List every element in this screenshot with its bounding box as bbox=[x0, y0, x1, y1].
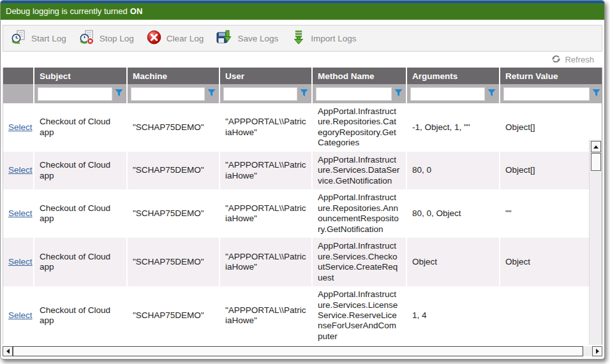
return-value-cell: Object bbox=[500, 238, 591, 286]
start-log-label: Start Log bbox=[31, 34, 66, 43]
subject-filter-funnel-icon[interactable] bbox=[115, 88, 123, 99]
column-header-machine: Machine bbox=[127, 68, 219, 84]
log-toolbar: Start Log Stop Log bbox=[3, 25, 602, 52]
refresh-icon[interactable] bbox=[551, 54, 561, 66]
debug-log-window: Debug logging is currently turnedON Star… bbox=[0, 0, 605, 360]
scroll-up-button[interactable] bbox=[591, 141, 601, 152]
import-logs-label: Import Logs bbox=[311, 34, 356, 43]
arrow-left-icon bbox=[6, 349, 10, 354]
machine-cell: "SCHAP75DEMO" bbox=[127, 286, 219, 345]
stop-log-label: Stop Log bbox=[100, 34, 134, 43]
import-logs-icon bbox=[291, 30, 306, 47]
arguments-cell: Object bbox=[406, 238, 500, 286]
method-name-cell: AppPortal.Infrastructure.Services.Checko… bbox=[312, 238, 406, 286]
clear-log-button[interactable]: Clear Log bbox=[142, 27, 212, 49]
import-logs-button[interactable]: Import Logs bbox=[286, 27, 364, 49]
method-name-cell: AppPortal.Infrastructure.Services.DataSe… bbox=[312, 152, 406, 189]
user-cell: "APPPORTAL\\PatriciaHowe" bbox=[219, 189, 312, 238]
arguments-cell: 1, 4 bbox=[406, 286, 500, 345]
log-grid: Subject Machine User Method Name Argumen… bbox=[3, 68, 602, 345]
column-header-user: User bbox=[219, 68, 312, 84]
subject-cell: Checkout of Cloud app bbox=[34, 103, 127, 152]
save-logs-button[interactable]: Save Logs bbox=[211, 27, 286, 49]
select-cell: Select bbox=[3, 189, 34, 238]
refresh-label[interactable]: Refresh bbox=[565, 55, 594, 64]
filter-row bbox=[3, 84, 602, 103]
table-row: Select Checkout of Cloud app "SCHAP75DEM… bbox=[3, 152, 591, 189]
return-value-cell: "" bbox=[500, 189, 591, 238]
table-row: Select Checkout of Cloud app "SCHAP75DEM… bbox=[3, 286, 591, 345]
machine-cell: "SCHAP75DEMO" bbox=[127, 238, 219, 286]
grid-header: Subject Machine User Method Name Argumen… bbox=[3, 68, 602, 103]
user-filter-funnel-icon[interactable] bbox=[300, 88, 308, 99]
machine-cell: "SCHAP75DEMO" bbox=[127, 189, 219, 238]
select-link[interactable]: Select bbox=[8, 208, 33, 218]
select-cell: Select bbox=[3, 103, 34, 152]
stop-log-icon bbox=[79, 30, 94, 47]
start-log-button[interactable]: Start Log bbox=[6, 27, 74, 49]
select-link[interactable]: Select bbox=[8, 165, 33, 175]
arguments-cell: 80, 0, Object bbox=[406, 189, 500, 238]
arguments-filter-input[interactable] bbox=[410, 87, 485, 101]
subject-filter-input[interactable] bbox=[38, 87, 112, 101]
machine-filter-funnel-icon[interactable] bbox=[207, 88, 216, 99]
table-row: Select Checkout of Cloud app "SCHAP75DEM… bbox=[3, 103, 591, 152]
method-name-cell: AppPortal.Infrastructure.Repositories.An… bbox=[312, 189, 406, 238]
table-row: Select Checkout of Cloud app "SCHAP75DEM… bbox=[3, 189, 591, 238]
vertical-scrollbar[interactable] bbox=[589, 140, 602, 345]
method-name-filter-input[interactable] bbox=[316, 87, 392, 101]
return-value-cell bbox=[500, 286, 591, 345]
machine-cell: "SCHAP75DEMO" bbox=[127, 152, 219, 189]
start-log-icon bbox=[11, 30, 26, 47]
user-filter-input[interactable] bbox=[223, 87, 297, 101]
return-value-filter-funnel-icon[interactable] bbox=[592, 88, 600, 99]
user-cell: "APPPORTAL\\PatriciaHowe" bbox=[219, 238, 312, 286]
column-header-subject: Subject bbox=[34, 68, 127, 84]
select-cell: Select bbox=[3, 286, 34, 345]
save-logs-icon bbox=[216, 30, 232, 47]
column-header-arguments: Arguments bbox=[406, 68, 500, 84]
arrow-right-icon bbox=[596, 349, 599, 354]
clear-log-icon bbox=[147, 30, 161, 47]
user-cell: "APPPORTAL\\PatriciaHowe" bbox=[219, 103, 312, 152]
filter-cell-empty bbox=[3, 84, 34, 103]
grid-body-table: Select Checkout of Cloud app "SCHAP75DEM… bbox=[3, 103, 591, 345]
table-row: Select Checkout of Cloud app "SCHAP75DEM… bbox=[3, 238, 591, 286]
return-value-cell: Object[] bbox=[500, 152, 591, 189]
user-cell: "APPPORTAL\\PatriciaHowe" bbox=[219, 286, 312, 345]
grid-body-area: Select Checkout of Cloud app "SCHAP75DEM… bbox=[3, 103, 602, 345]
column-header-return-value: Return Value bbox=[500, 68, 602, 84]
arguments-filter-funnel-icon[interactable] bbox=[487, 88, 496, 99]
select-cell: Select bbox=[3, 152, 34, 189]
save-logs-label: Save Logs bbox=[237, 34, 278, 43]
machine-cell: "SCHAP75DEMO" bbox=[127, 103, 219, 152]
refresh-bar: Refresh bbox=[1, 52, 604, 68]
column-header-select bbox=[3, 68, 34, 84]
scroll-right-button[interactable] bbox=[592, 346, 602, 356]
arguments-cell: 80, 0 bbox=[406, 152, 500, 189]
vertical-scrollbar-thumb[interactable] bbox=[591, 153, 601, 171]
method-name-cell: AppPortal.Infrastructure.Repositories.Ca… bbox=[312, 103, 406, 152]
banner-text: Debug logging is currently turned bbox=[6, 6, 128, 16]
debug-status-banner: Debug logging is currently turnedON bbox=[1, 3, 604, 20]
select-link[interactable]: Select bbox=[8, 310, 33, 320]
banner-state: ON bbox=[130, 6, 143, 16]
return-value-cell: Object[] bbox=[500, 103, 591, 152]
subject-cell: Checkout of Cloud app bbox=[34, 152, 127, 189]
horizontal-scrollbar[interactable] bbox=[3, 346, 602, 356]
scroll-left-button[interactable] bbox=[3, 346, 13, 356]
horizontal-scrollbar-thumb[interactable] bbox=[13, 346, 583, 356]
select-link[interactable]: Select bbox=[8, 257, 33, 266]
subject-cell: Checkout of Cloud app bbox=[34, 189, 127, 238]
method-name-filter-funnel-icon[interactable] bbox=[394, 88, 403, 99]
stop-log-button[interactable]: Stop Log bbox=[74, 27, 142, 49]
clear-log-label: Clear Log bbox=[167, 34, 204, 43]
subject-cell: Checkout of Cloud app bbox=[34, 286, 127, 345]
method-name-cell: AppPortal.Infrastructure.Services.Licens… bbox=[312, 286, 406, 345]
select-cell: Select bbox=[3, 238, 34, 286]
column-header-method-name: Method Name bbox=[312, 68, 406, 84]
return-value-filter-input[interactable] bbox=[503, 87, 590, 101]
machine-filter-input[interactable] bbox=[131, 87, 205, 101]
select-link[interactable]: Select bbox=[8, 122, 33, 132]
arguments-cell: -1, Object, 1, "" bbox=[406, 103, 500, 152]
